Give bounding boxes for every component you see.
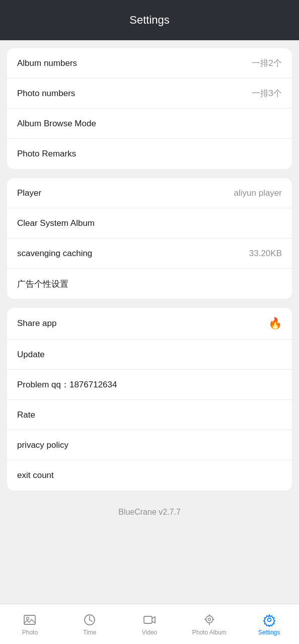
ad-settings-row[interactable]: 广告个性设置 xyxy=(7,269,292,299)
share-app-label: Share app xyxy=(17,318,56,329)
nav-photo[interactable]: Photo xyxy=(0,613,60,636)
player-value: aliyun player xyxy=(234,188,282,198)
rate-row[interactable]: Rate xyxy=(7,400,292,430)
photo-album-icon xyxy=(202,613,216,627)
nav-time[interactable]: Time xyxy=(60,613,120,636)
version-text: BlueCrane v2.7.7 xyxy=(7,500,292,529)
svg-rect-0 xyxy=(24,615,35,624)
share-app-row[interactable]: Share app 🔥 xyxy=(7,308,292,340)
display-settings-card: Album numbers 一排2个 Photo numbers 一排3个 Al… xyxy=(7,48,292,169)
clear-system-album-row[interactable]: Clear System Album xyxy=(7,208,292,238)
time-icon xyxy=(83,613,97,627)
nav-photo-label: Photo xyxy=(22,629,38,636)
update-label: Update xyxy=(17,350,45,360)
bottom-nav: Photo Time Video xyxy=(0,604,299,644)
system-settings-card: Player aliyun player Clear System Album … xyxy=(7,178,292,299)
nav-photo-album[interactable]: Photo Album xyxy=(179,613,239,636)
video-icon xyxy=(142,613,157,627)
rate-label: Rate xyxy=(17,410,35,420)
album-browse-mode-label: Album Browse Mode xyxy=(17,119,96,129)
svg-line-4 xyxy=(90,620,92,621)
nav-video-label: Video xyxy=(142,629,157,636)
update-row[interactable]: Update xyxy=(7,340,292,370)
nav-video[interactable]: Video xyxy=(120,613,180,636)
nav-settings-label: Settings xyxy=(258,629,280,636)
clear-system-album-label: Clear System Album xyxy=(17,218,95,228)
album-numbers-label: Album numbers xyxy=(17,58,77,68)
app-header: Settings xyxy=(0,0,299,40)
svg-point-12 xyxy=(267,618,271,621)
svg-rect-5 xyxy=(144,616,152,623)
content-area: Album numbers 一排2个 Photo numbers 一排3个 Al… xyxy=(0,40,299,589)
photo-icon xyxy=(23,613,37,627)
photo-numbers-label: Photo numbers xyxy=(17,89,75,99)
exit-count-label: exit count xyxy=(17,470,54,480)
player-row[interactable]: Player aliyun player xyxy=(7,178,292,208)
scavenging-caching-value: 33.20KB xyxy=(249,249,282,259)
header-title: Settings xyxy=(129,14,170,27)
photo-numbers-row[interactable]: Photo numbers 一排3个 xyxy=(7,78,292,109)
svg-point-11 xyxy=(208,618,210,620)
scavenging-caching-row[interactable]: scavenging caching 33.20KB xyxy=(7,238,292,269)
svg-point-1 xyxy=(27,617,29,619)
nav-time-label: Time xyxy=(83,629,96,636)
player-label: Player xyxy=(17,188,41,198)
album-browse-mode-row[interactable]: Album Browse Mode xyxy=(7,109,292,139)
scavenging-caching-label: scavenging caching xyxy=(17,249,92,259)
privacy-policy-label: privacy policy xyxy=(17,440,68,450)
photo-remarks-row[interactable]: Photo Remarks xyxy=(7,139,292,169)
nav-photo-album-label: Photo Album xyxy=(192,629,227,636)
album-numbers-value: 一排2个 xyxy=(252,57,282,69)
problem-qq-row[interactable]: Problem qq：1876712634 xyxy=(7,370,292,400)
privacy-policy-row[interactable]: privacy policy xyxy=(7,430,292,460)
exit-count-row[interactable]: exit count xyxy=(7,460,292,491)
photo-remarks-label: Photo Remarks xyxy=(17,149,76,159)
photo-numbers-value: 一排3个 xyxy=(252,88,282,99)
settings-icon xyxy=(262,613,276,627)
problem-qq-label: Problem qq：1876712634 xyxy=(17,379,117,390)
nav-settings[interactable]: Settings xyxy=(239,613,299,636)
album-numbers-row[interactable]: Album numbers 一排2个 xyxy=(7,48,292,78)
app-settings-card: Share app 🔥 Update Problem qq：1876712634… xyxy=(7,308,292,491)
fire-icon: 🔥 xyxy=(268,317,282,330)
ad-settings-label: 广告个性设置 xyxy=(17,278,68,290)
svg-point-6 xyxy=(206,616,213,623)
